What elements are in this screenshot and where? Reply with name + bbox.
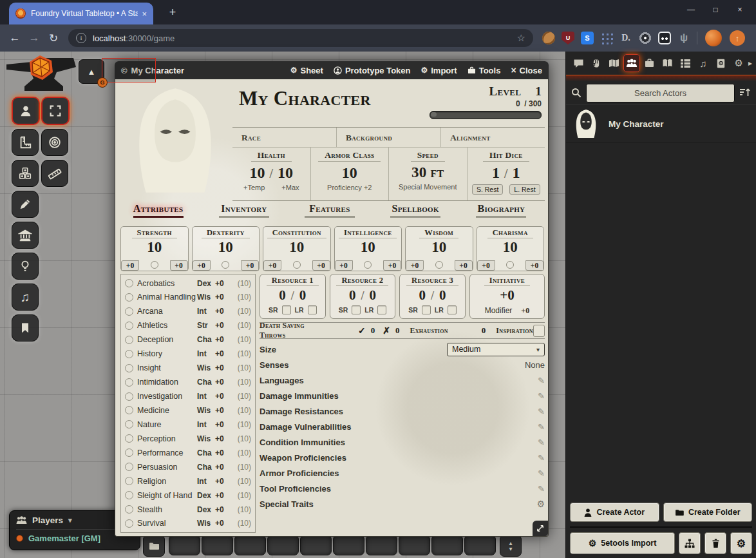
address-bar[interactable]: i localhost:30000/game ☆ xyxy=(68,29,533,47)
temp-hp[interactable]: +Temp xyxy=(243,184,265,191)
death-success-count[interactable]: 0 xyxy=(371,325,375,336)
skill-proficiency-radio[interactable] xyxy=(125,406,133,414)
select-tokens-tool[interactable] xyxy=(41,97,70,125)
resource-box[interactable]: Resource 2 0/0 SR LR xyxy=(330,274,396,319)
ability-score[interactable]: 10 xyxy=(147,239,162,255)
skill-row[interactable]: Religion Int +0 (10) xyxy=(121,474,255,488)
edit-icon[interactable]: ✎ xyxy=(538,484,545,494)
tab-journal[interactable] xyxy=(659,54,676,72)
search-actors-input[interactable] xyxy=(586,84,735,102)
create-actor-button[interactable]: Create Actor xyxy=(570,503,659,522)
skill-name[interactable]: Nature xyxy=(137,420,197,429)
ability-modifier[interactable]: +0 xyxy=(406,260,424,271)
ability-save[interactable]: +0 xyxy=(241,260,259,271)
tab-actors[interactable] xyxy=(623,54,640,72)
close-sheet-button[interactable]: × Close xyxy=(511,65,542,75)
ac-value[interactable]: 10 xyxy=(342,164,357,182)
skill-row[interactable]: Performance Cha +0 (10) xyxy=(121,446,255,459)
actor-list-item[interactable]: My Character xyxy=(566,104,756,143)
skill-proficiency-radio[interactable] xyxy=(125,505,133,514)
skill-proficiency-radio[interactable] xyxy=(125,491,133,499)
tab-close-icon[interactable]: × xyxy=(142,9,147,19)
character-portrait[interactable] xyxy=(118,81,232,200)
ability-save[interactable]: +0 xyxy=(525,260,543,271)
xp-text[interactable]: 0 / 300 xyxy=(430,99,542,108)
window-minimize-icon[interactable]: — xyxy=(679,5,703,14)
skill-row[interactable]: Stealth Dex +0 (10) xyxy=(121,503,255,516)
walls-layer-button[interactable] xyxy=(12,222,39,249)
tab-playlists[interactable]: ♫ xyxy=(695,54,712,72)
proficiency-radio[interactable] xyxy=(151,261,158,269)
ability-score[interactable]: 10 xyxy=(218,239,233,255)
skill-name[interactable]: Investigation xyxy=(137,392,197,401)
skill-row[interactable]: Deception Cha +0 (10) xyxy=(121,333,255,347)
short-rest-checkbox[interactable] xyxy=(422,305,431,314)
sort-filter-icon[interactable] xyxy=(739,88,751,98)
skill-row[interactable]: Intimidation Cha +0 (10) xyxy=(121,376,255,389)
skill-proficiency-radio[interactable] xyxy=(125,463,133,471)
ability-modifier[interactable]: +0 xyxy=(263,260,281,271)
skill-row[interactable]: Persuasion Cha +0 (10) xyxy=(121,460,255,474)
level-value[interactable]: 1 xyxy=(535,84,542,98)
sheet-tab[interactable]: Inventory xyxy=(219,203,269,218)
back-icon[interactable]: ← xyxy=(5,32,24,44)
skill-name[interactable]: Medicine xyxy=(137,406,197,415)
skill-name[interactable]: Performance xyxy=(137,448,197,457)
game-canvas[interactable]: ▲ ♫ xyxy=(0,52,756,558)
skill-name[interactable]: Arcana xyxy=(137,307,197,316)
speed-value[interactable]: 30 ft xyxy=(411,164,444,181)
browser-update-button[interactable]: ↑ xyxy=(730,30,745,46)
window-resize-handle[interactable] xyxy=(533,521,548,536)
edit-icon[interactable]: ✎ xyxy=(538,407,545,416)
skill-proficiency-radio[interactable] xyxy=(125,477,133,485)
ability-box[interactable]: Constitution 10 +0 +0 xyxy=(263,226,331,271)
ability-score[interactable]: 10 xyxy=(361,239,375,255)
settings-button[interactable]: ⚙ xyxy=(730,532,752,554)
skill-name[interactable]: Acrobatics xyxy=(137,279,197,288)
browser-tab[interactable]: Foundry Virtual Tabletop • A Stan × xyxy=(9,3,153,24)
cookie-extension-icon[interactable] xyxy=(542,32,555,44)
skill-name[interactable]: Animal Handling xyxy=(137,293,197,302)
tab-compendium[interactable] xyxy=(713,54,730,72)
notes-layer-button[interactable] xyxy=(12,314,39,342)
proficiency-radio[interactable] xyxy=(364,261,372,269)
sidebar-collapse-icon[interactable]: ▸ xyxy=(748,59,752,68)
sheet-tab[interactable]: Attributes xyxy=(133,203,184,218)
skill-proficiency-radio[interactable] xyxy=(125,307,133,316)
skill-row[interactable]: Perception Wis +0 (10) xyxy=(121,432,255,445)
ability-score[interactable]: 10 xyxy=(503,239,518,255)
ability-modifier[interactable]: +0 xyxy=(477,260,495,271)
skill-name[interactable]: Sleight of Hand xyxy=(137,491,197,500)
create-folder-button[interactable]: Create Folder xyxy=(663,503,753,522)
ability-box[interactable]: Intelligence 10 +0 +0 xyxy=(334,226,402,271)
skill-proficiency-radio[interactable] xyxy=(125,322,133,330)
skill-proficiency-radio[interactable] xyxy=(125,364,133,372)
skill-name[interactable]: Stealth xyxy=(137,505,197,514)
site-info-icon[interactable]: i xyxy=(76,33,86,43)
prototype-token-button[interactable]: Prototype Token xyxy=(334,66,411,75)
import-button[interactable]: ⚙ Import xyxy=(421,66,457,75)
temp-max-hp[interactable]: +Max xyxy=(281,184,299,191)
skill-proficiency-radio[interactable] xyxy=(125,392,133,401)
tools-button[interactable]: Tools xyxy=(468,66,501,75)
skill-proficiency-radio[interactable] xyxy=(125,448,133,457)
window-maximize-icon[interactable]: □ xyxy=(703,5,728,14)
initiative-box[interactable]: Initiative +0 Modifier+0 xyxy=(469,274,545,319)
macro-slot[interactable] xyxy=(399,535,430,555)
s-extension-icon[interactable]: S xyxy=(581,32,594,44)
ability-score[interactable]: 10 xyxy=(431,239,446,255)
sheet-tab[interactable]: Biography xyxy=(476,203,526,218)
skill-name[interactable]: History xyxy=(137,349,197,358)
long-rest-checkbox[interactable] xyxy=(448,305,457,314)
ruler-tool[interactable] xyxy=(41,160,68,187)
skill-name[interactable]: Insight xyxy=(137,363,197,372)
alignment-field[interactable]: Alignment xyxy=(440,128,545,148)
short-rest-checkbox[interactable] xyxy=(282,305,291,314)
grid-extension-icon[interactable] xyxy=(600,32,613,44)
folder-tree-button[interactable] xyxy=(679,532,701,554)
sheet-tab[interactable]: Spellbook xyxy=(390,203,440,218)
initiative-modifier[interactable]: +0 xyxy=(521,306,529,316)
edit-icon[interactable]: ✎ xyxy=(538,468,545,478)
skill-name[interactable]: Intimidation xyxy=(137,378,197,387)
skill-name[interactable]: Persuasion xyxy=(137,463,197,472)
